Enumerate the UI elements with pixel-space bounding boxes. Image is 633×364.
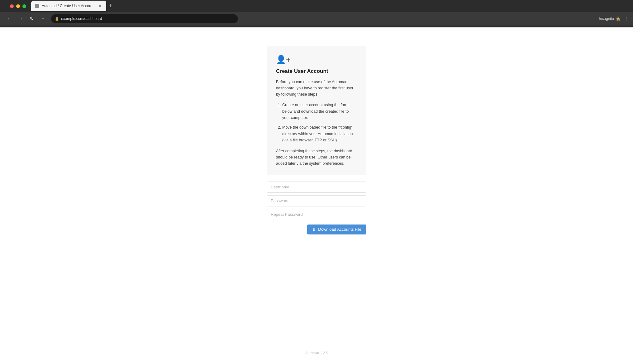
menu-dots[interactable]: ⋮ [624, 17, 628, 21]
step-2: Move the downloaded file to the "/config… [282, 124, 357, 144]
home-button[interactable]: ⌂ [39, 14, 47, 23]
browser-right: Incognito 🕵 ⋮ [599, 17, 628, 21]
browser-chrome: Automad / Create User Accou… ✕ + ← → ↻ ⌂… [0, 0, 633, 27]
info-card: 👤+ Create User Account Before you can ma… [267, 46, 366, 175]
lock-icon: 🔒 [55, 17, 59, 21]
incognito-badge: Incognito 🕵 [599, 17, 621, 21]
form-section [267, 182, 366, 220]
after-steps-text: After completing these steps, the dashbo… [276, 148, 357, 167]
tab-favicon [35, 4, 39, 8]
step-1: Create an user account using the form be… [282, 102, 357, 121]
back-button[interactable]: ← [5, 14, 14, 23]
address-bar-row: ← → ↻ ⌂ 🔒 example.com/dashboard Incognit… [0, 12, 633, 26]
minimize-button[interactable] [16, 4, 20, 8]
page-content: 👤+ Create User Account Before you can ma… [0, 27, 633, 364]
new-tab-button[interactable]: + [106, 2, 115, 10]
download-icon: ⬇ [312, 227, 316, 232]
username-input[interactable] [267, 182, 366, 193]
maximize-button[interactable] [22, 4, 26, 8]
close-button[interactable] [10, 4, 14, 8]
user-add-icon: 👤+ [276, 55, 357, 64]
tab-title: Automad / Create User Accou… [42, 4, 95, 8]
card-description: Before you can make use of the Automad d… [276, 79, 357, 97]
nav-buttons: ← → ↻ ⌂ [5, 14, 47, 23]
footer: Automad 1.2.5 [305, 351, 328, 355]
repeat-password-input[interactable] [267, 209, 366, 220]
active-tab[interactable]: Automad / Create User Accou… ✕ [31, 1, 106, 11]
address-bar[interactable]: 🔒 example.com/dashboard [51, 14, 238, 23]
tab-close-button[interactable]: ✕ [98, 3, 102, 8]
password-input[interactable] [267, 195, 366, 206]
url-text: example.com/dashboard [61, 17, 102, 21]
download-accounts-button[interactable]: ⬇ Download Accounts File [307, 225, 366, 234]
card-title: Create User Account [276, 68, 357, 74]
traffic-lights [5, 4, 31, 8]
download-button-label: Download Accounts File [318, 227, 361, 232]
incognito-icon: 🕵 [616, 17, 621, 21]
tab-bar-top: Automad / Create User Accou… ✕ + [0, 0, 633, 12]
forward-button[interactable]: → [16, 14, 25, 23]
download-button-container: ⬇ Download Accounts File [267, 225, 366, 234]
reload-button[interactable]: ↻ [27, 14, 36, 23]
incognito-label: Incognito [599, 17, 614, 21]
steps-list: Create an user account using the form be… [276, 102, 357, 144]
